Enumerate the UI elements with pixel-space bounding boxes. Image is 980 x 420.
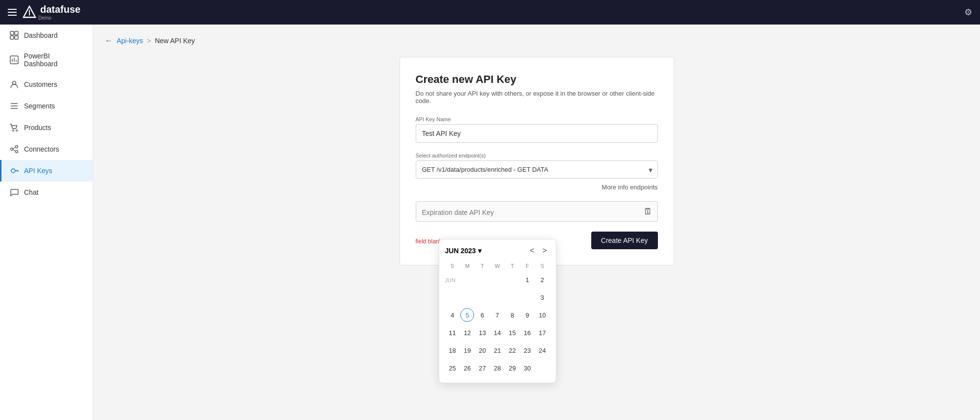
cal-day-13[interactable]: 13 [476, 326, 489, 340]
calendar-grid: S M T W T F S JUN 1 2 [445, 261, 550, 377]
calendar-prev-button[interactable]: < [527, 245, 537, 256]
sidebar-item-products[interactable]: Products [0, 117, 93, 138]
back-button[interactable]: ← [105, 36, 113, 45]
sidebar-item-customers[interactable]: Customers [0, 74, 93, 95]
svg-point-14 [13, 130, 14, 131]
connectors-icon [9, 144, 19, 154]
api-key-name-label: API Key Name [416, 116, 658, 122]
products-icon [9, 123, 19, 132]
cal-day-4[interactable]: 4 [446, 308, 459, 322]
sidebar-item-label: API Keys [24, 167, 52, 175]
breadcrumb-link[interactable]: Api-keys [117, 37, 143, 45]
weekday-m: M [460, 261, 475, 271]
weekday-s1: S [445, 261, 460, 271]
endpoint-selected-value[interactable]: GET /v1/data/products/enriched - GET DAT… [416, 161, 657, 178]
sidebar-item-segments[interactable]: Segments [0, 95, 93, 117]
breadcrumb-separator: > [147, 37, 151, 45]
svg-point-21 [11, 169, 15, 173]
cal-day-18[interactable]: 18 [446, 343, 459, 357]
cal-day-14[interactable]: 14 [490, 326, 504, 340]
cal-day-10[interactable]: 10 [535, 308, 549, 322]
sidebar-item-label: Customers [24, 80, 57, 88]
sidebar-item-chat[interactable]: Chat [0, 182, 93, 203]
weekday-t1: T [475, 261, 490, 271]
more-info-endpoints-link[interactable]: More info endpoints [602, 184, 657, 191]
powerbi-icon [9, 55, 19, 65]
sidebar-item-label: Products [24, 124, 51, 131]
sidebar-item-label: Segments [24, 102, 55, 110]
cal-day-11[interactable]: 11 [446, 326, 459, 340]
chat-icon [9, 187, 19, 197]
calendar-month-selector[interactable]: JUN 2023 ▾ [445, 247, 481, 255]
card-subtitle: Do not share your API key with others, o… [416, 90, 658, 105]
segments-icon [9, 101, 19, 111]
cal-day-20[interactable]: 20 [476, 343, 489, 357]
calendar-icon[interactable]: 🗓 [644, 207, 653, 217]
cal-day-27[interactable]: 27 [476, 361, 489, 375]
customers-icon [9, 79, 19, 89]
endpoint-select-wrapper: GET /v1/data/products/enriched - GET DAT… [416, 160, 658, 179]
calendar-next-button[interactable]: > [539, 245, 550, 256]
cal-day-16[interactable]: 16 [521, 326, 534, 340]
weekday-s2: S [535, 261, 550, 271]
cal-day-1[interactable]: 1 [521, 273, 534, 287]
cal-day-15[interactable]: 15 [505, 326, 519, 340]
weekday-f: F [520, 261, 535, 271]
cal-day-3[interactable]: 3 [535, 290, 549, 304]
calendar-month-label-jun: JUN [445, 271, 505, 289]
cal-day-30[interactable]: 30 [521, 361, 534, 375]
settings-icon[interactable]: ⚙ [964, 7, 972, 18]
calendar-popup: JUN 2023 ▾ < > S M T W T F [439, 239, 556, 383]
card-title: Create new API Key [416, 73, 658, 86]
svg-rect-4 [10, 36, 14, 39]
main-content: ← Api-keys > New API Key Create new API … [93, 25, 980, 420]
cal-day-24[interactable]: 24 [535, 343, 549, 357]
logo: datafuse Demo [23, 4, 80, 21]
svg-point-16 [11, 148, 13, 151]
cal-day-5[interactable]: 5 [460, 308, 474, 322]
expiration-date-wrapper: 🗓 [416, 201, 658, 222]
cal-day-12[interactable]: 12 [460, 326, 474, 340]
cal-day-23[interactable]: 23 [521, 343, 534, 357]
sidebar-item-label: Dashboard [24, 31, 58, 39]
svg-rect-2 [10, 31, 14, 35]
expiration-date-input[interactable] [416, 202, 657, 221]
breadcrumb: ← Api-keys > New API Key [105, 36, 968, 45]
sidebar-item-connectors[interactable]: Connectors [0, 138, 93, 160]
cal-day-19[interactable]: 19 [460, 343, 474, 357]
sidebar-item-label: PowerBI Dashboard [24, 52, 85, 68]
hamburger-menu[interactable] [8, 9, 17, 16]
sidebar-item-label: Chat [24, 188, 39, 196]
cal-day-8[interactable]: 8 [505, 308, 519, 322]
sidebar-item-powerbi[interactable]: PowerBI Dashboard [0, 46, 93, 74]
endpoint-group: Select authorized endpoint(s) GET /v1/da… [416, 153, 658, 191]
svg-point-17 [16, 146, 18, 148]
dashboard-icon [9, 30, 19, 40]
svg-point-18 [16, 151, 18, 153]
svg-rect-3 [15, 31, 18, 35]
create-api-key-card: Create new API Key Do not share your API… [400, 57, 674, 265]
cal-day-22[interactable]: 22 [505, 343, 519, 357]
sidebar-item-dashboard[interactable]: Dashboard [0, 25, 93, 46]
create-api-key-button[interactable]: Create API Key [591, 232, 658, 249]
cal-day-21[interactable]: 21 [490, 343, 504, 357]
cal-day-29[interactable]: 29 [505, 361, 519, 375]
cal-day-17[interactable]: 17 [535, 326, 549, 340]
api-key-name-group: API Key Name [416, 116, 658, 143]
svg-rect-5 [15, 36, 18, 39]
cal-day-25[interactable]: 25 [446, 361, 459, 375]
cal-day-9[interactable]: 9 [521, 308, 534, 322]
cal-day-6[interactable]: 6 [476, 308, 489, 322]
api-key-name-input[interactable] [416, 124, 658, 143]
cal-day-28[interactable]: 28 [490, 361, 504, 375]
svg-point-15 [16, 130, 18, 131]
navbar: datafuse Demo ⚙ [0, 0, 980, 25]
sidebar-item-api-keys[interactable]: API Keys [0, 160, 93, 182]
cal-day-26[interactable]: 26 [460, 361, 474, 375]
svg-line-19 [13, 147, 16, 149]
cal-day-7[interactable]: 7 [490, 308, 504, 322]
svg-line-20 [13, 150, 16, 151]
breadcrumb-current: New API Key [155, 37, 195, 45]
cal-day-2[interactable]: 2 [535, 273, 549, 287]
expiration-group: 🗓 [416, 201, 658, 222]
